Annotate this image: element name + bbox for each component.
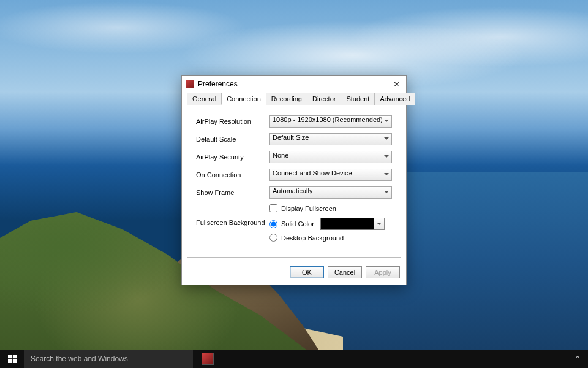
airplay-security-label: AirPlay Security	[196, 153, 270, 161]
tab-advanced[interactable]: Advanced	[374, 93, 415, 105]
bg-desktop-radio-row[interactable]: Desktop Background	[270, 234, 392, 242]
svg-rect-0	[8, 355, 12, 358]
tab-strip: General Connection Recording Director St…	[182, 92, 406, 104]
display-fullscreen-input[interactable]	[270, 204, 277, 212]
bg-desktop-radio[interactable]	[270, 234, 277, 242]
dialog-button-row: OK Cancel Apply	[182, 263, 406, 285]
show-frame-label: Show Frame	[196, 189, 270, 196]
airplay-resolution-select[interactable]: 1080p - 1920x1080 (Recommended)	[270, 115, 392, 128]
airplay-resolution-label: AirPlay Resolution	[196, 118, 270, 125]
tab-general[interactable]: General	[187, 93, 222, 105]
taskbar-app-reflector[interactable]	[195, 350, 220, 368]
tab-recording[interactable]: Recording	[266, 93, 307, 105]
display-fullscreen-label: Display Fullscreen	[281, 205, 336, 212]
fullscreen-background-label: Fullscreen Background	[196, 218, 270, 226]
app-icon	[186, 80, 194, 88]
tab-student[interactable]: Student	[341, 93, 375, 105]
system-tray[interactable]: ⌃	[567, 355, 588, 363]
preferences-dialog: Preferences ✕ General Connection Recordi…	[181, 75, 407, 285]
tab-panel-connection: AirPlay Resolution 1080p - 1920x1080 (Re…	[187, 104, 401, 258]
taskbar-search[interactable]: Search the web and Windows	[24, 350, 193, 368]
svg-rect-2	[8, 359, 12, 363]
bg-solid-label: Solid Color	[281, 220, 314, 228]
bg-color-swatch[interactable]	[320, 218, 374, 230]
reflector-icon	[202, 353, 214, 365]
bg-desktop-label: Desktop Background	[281, 234, 344, 242]
bg-solid-radio[interactable]	[270, 220, 277, 228]
ok-button[interactable]: OK	[290, 266, 324, 278]
airplay-security-select[interactable]: None	[270, 151, 392, 163]
bg-color-picker-button[interactable]	[374, 218, 385, 230]
display-fullscreen-checkbox[interactable]: Display Fullscreen	[270, 204, 392, 212]
taskbar-search-placeholder: Search the web and Windows	[31, 355, 128, 363]
apply-button[interactable]: Apply	[366, 266, 400, 278]
default-scale-select[interactable]: Default Size	[270, 133, 392, 145]
tab-connection[interactable]: Connection	[221, 93, 266, 105]
windows-logo-icon	[8, 355, 17, 363]
close-button[interactable]: ✕	[390, 80, 402, 89]
on-connection-select[interactable]: Connect and Show Device	[270, 169, 392, 181]
show-frame-select[interactable]: Automatically	[270, 186, 392, 199]
titlebar[interactable]: Preferences ✕	[182, 76, 406, 92]
bg-solid-radio-row[interactable]: Solid Color	[270, 218, 392, 230]
default-scale-label: Default Scale	[196, 136, 270, 143]
tab-director[interactable]: Director	[307, 93, 342, 105]
dialog-title: Preferences	[198, 80, 390, 88]
svg-rect-1	[13, 355, 17, 358]
svg-rect-3	[13, 359, 17, 363]
cancel-button[interactable]: Cancel	[328, 266, 362, 278]
taskbar: Search the web and Windows ⌃	[0, 350, 588, 368]
start-button[interactable]	[0, 350, 24, 368]
tray-overflow-icon[interactable]: ⌃	[575, 355, 581, 363]
on-connection-label: On Connection	[196, 171, 270, 178]
